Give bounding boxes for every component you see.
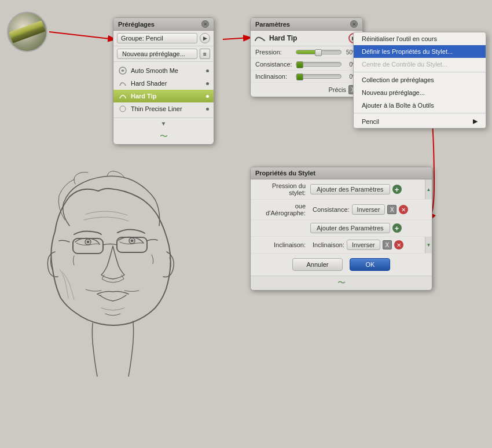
menu-pencil-chevron: ▶ (473, 117, 478, 125)
param-label-pressure: Pression: (255, 49, 296, 56)
stylus-row-inclination: Inclinaison: Inclinaison: Inverser X ✕ ▼ (251, 237, 432, 254)
presets-wifi-icon: 〜 (160, 131, 168, 142)
preset-item-hard-shader[interactable]: Hard Shader (113, 77, 214, 90)
stylus-title: Propriétés du Stylet (255, 170, 315, 177)
sketch-portrait (12, 145, 226, 434)
stylus-consistency-sublabel: Consistance: (310, 206, 350, 213)
close-consistency-button[interactable]: ✕ (399, 205, 408, 214)
scroll-track-bottom: ▼ (425, 237, 432, 253)
stylus-row-pressure: Pression du stylet: Ajouter des Paramètr… (251, 179, 432, 200)
add-params-pressure-button[interactable]: Ajouter des Paramètres (310, 184, 390, 194)
menu-separator-1 (354, 72, 486, 72)
preset-label-auto-smooth: Auto Smooth Me (131, 67, 206, 74)
preset-label-hard-tip: Hard Tip (131, 93, 206, 100)
svg-point-3 (131, 240, 133, 242)
param-slider-pressure[interactable] (296, 50, 342, 54)
preset-icon-auto-smooth (118, 66, 127, 75)
presets-toolbar: Groupe: Pencil ▶ (113, 31, 214, 46)
preset-icon-thin-precise (118, 104, 127, 113)
pressure-slider-track[interactable] (296, 50, 342, 54)
menu-pencil-label: Pencil (362, 118, 379, 125)
inclination-slider-thumb[interactable] (296, 74, 303, 80)
menu-item-reset-tool[interactable]: Réinitialiser l'outil en cours (354, 32, 486, 45)
menu-item-add-toolbox[interactable]: Ajouter à la Boîte à Outils (354, 99, 486, 112)
param-row-consistency: Consistance: 0% (251, 58, 362, 71)
svg-point-13 (120, 106, 126, 112)
stylus-wifi-icon: 〜 (337, 278, 346, 288)
preset-item-thin-precise[interactable]: Thin Precise Liner (113, 102, 214, 115)
params-close-button[interactable]: ✕ (350, 20, 358, 28)
preset-dot-auto-smooth (206, 69, 209, 72)
scroll-up-arrow[interactable]: ▲ (427, 187, 431, 192)
stylus-pressure-label: Pression du stylet: (255, 182, 310, 196)
x-consistency-button[interactable]: X (387, 205, 396, 214)
menu-item-new-preset[interactable]: Nouveau préréglage... (354, 86, 486, 99)
scroll-down-arrow[interactable]: ▼ (427, 243, 431, 248)
menu-item-control-center[interactable]: Centre de Contrôle du Stylet... (354, 58, 486, 71)
preset-dot-hard-tip (206, 95, 209, 98)
presets-wifi-area: 〜 (113, 129, 214, 144)
scroll-track-area: ▲ (425, 179, 432, 199)
inverser-consistency-button[interactable]: Inverser (352, 204, 385, 215)
close-inclination-button[interactable]: ✕ (394, 240, 403, 249)
consistency-slider-thumb[interactable] (296, 61, 303, 68)
x-inclination-button[interactable]: X (383, 240, 392, 249)
params-panel: Paramètres ✕ Hard Tip ▶ Pression: 50% Co… (250, 17, 363, 97)
svg-point-1 (87, 241, 89, 243)
inverser-inclination-button[interactable]: Inverser (347, 240, 380, 250)
params-bottom: Précis X (251, 83, 362, 97)
new-preset-row: Nouveau préréglage... ≡ (113, 46, 214, 62)
preset-label-hard-shader: Hard Shader (131, 80, 206, 87)
new-preset-button[interactable]: Nouveau préréglage... (117, 49, 197, 59)
ok-button[interactable]: OK (350, 258, 390, 271)
stylus-add-content: Ajouter des Paramètres + (310, 223, 427, 233)
preset-item-auto-smooth[interactable]: Auto Smooth Me (113, 64, 214, 77)
menu-item-pencil[interactable]: Pencil ▶ (354, 115, 486, 128)
presets-scroll-down: ▼ (161, 120, 167, 127)
list-menu-button[interactable]: ≡ (200, 49, 210, 59)
inclination-slider-track[interactable] (296, 74, 342, 79)
group-play-button[interactable]: ▶ (200, 33, 210, 43)
consistency-slider-track[interactable] (296, 62, 342, 67)
stylus-footer: 〜 (251, 276, 432, 290)
stylus-buttons-row: Annuler OK (251, 254, 432, 276)
menu-separator-2 (354, 113, 486, 113)
stylus-row-add-params: Ajouter des Paramètres + (251, 220, 432, 237)
preset-dot-hard-shader (206, 82, 209, 85)
preset-list: Auto Smooth Me Hard Shader Hard Tip Thin… (113, 62, 214, 117)
params-brush-name: Hard Tip (269, 34, 345, 42)
cancel-button[interactable]: Annuler (292, 258, 343, 271)
preset-icon-hard-shader (118, 79, 127, 88)
menu-item-preset-collection[interactable]: Collection de préréglages (354, 74, 486, 86)
plus-circle-2[interactable]: + (392, 223, 402, 233)
add-params-button-2[interactable]: Ajouter des Paramètres (310, 223, 390, 233)
stylus-inclination-sublabel: Inclinaison: (310, 241, 344, 248)
plus-circle-pressure[interactable]: + (392, 185, 402, 194)
preset-dot-thin-precise (206, 108, 209, 111)
stylus-aerograph-content: Consistance: Inverser X ✕ (310, 204, 427, 215)
group-select[interactable]: Groupe: Pencil (117, 33, 197, 43)
presets-title-bar: Préréglages ✕ (113, 18, 214, 31)
stylus-pressure-content: Ajouter des Paramètres + (310, 184, 427, 194)
pencil-thumbnail (7, 12, 47, 52)
dropdown-menu: Réinitialiser l'outil en cours Définir l… (353, 32, 486, 128)
param-row-inclination: Inclinaison: 0% (251, 71, 362, 83)
param-label-consistency: Consistance: (255, 61, 296, 68)
params-header: Hard Tip ▶ (251, 31, 362, 46)
params-title-bar: Paramètres ✕ (251, 18, 362, 31)
stylus-inclination-label: Inclinaison: (255, 241, 310, 248)
param-slider-consistency[interactable] (296, 62, 342, 67)
param-label-inclination: Inclinaison: (255, 73, 296, 80)
stylus-inclination-content: Inclinaison: Inverser X ✕ (310, 240, 427, 250)
stylus-aerograph-label: oue d'Aérographe: (255, 203, 310, 216)
menu-item-define-stylus[interactable]: Définir les Propriétés du Stylet... (354, 45, 486, 58)
pressure-slider-thumb[interactable] (315, 49, 322, 56)
preset-icon-hard-tip (118, 91, 127, 101)
preset-item-hard-tip[interactable]: Hard Tip (113, 90, 214, 102)
presets-footer: ▼ (113, 117, 214, 129)
presets-panel: Préréglages ✕ Groupe: Pencil ▶ Nouveau p… (113, 17, 214, 145)
precis-label: Précis (328, 86, 346, 93)
stylus-row-aerograph: oue d'Aérographe: Consistance: Inverser … (251, 200, 432, 220)
presets-close-button[interactable]: ✕ (201, 20, 209, 28)
param-slider-inclination[interactable] (296, 74, 342, 79)
